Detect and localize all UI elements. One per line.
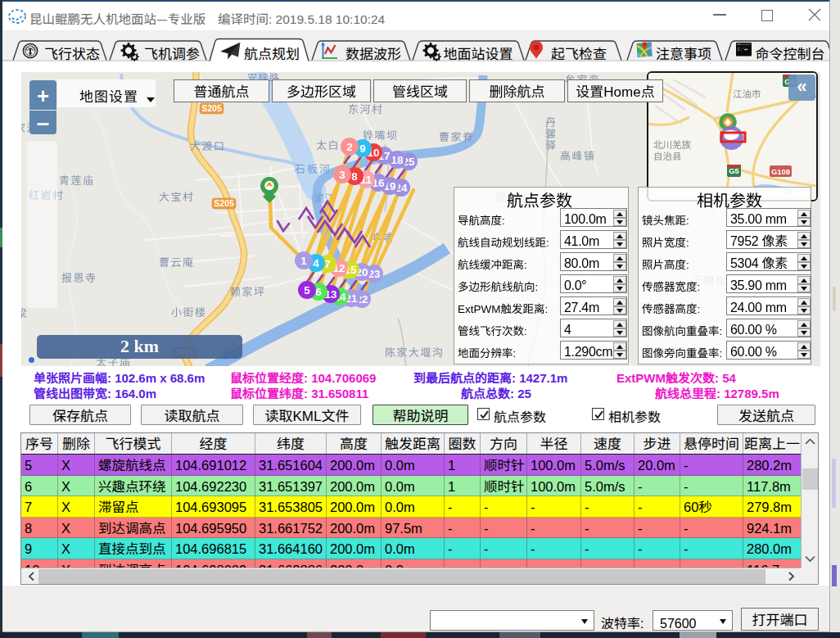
svg-text:高峰镇: 高峰镇	[560, 147, 596, 163]
svg-text:赖家坪: 赖家坪	[230, 283, 266, 299]
svg-text:东河村: 东河村	[348, 101, 384, 116]
svg-text:5: 5	[304, 284, 310, 296]
svg-text:小街楼: 小街楼	[171, 304, 207, 319]
svg-text:石板河: 石板河	[295, 161, 332, 176]
svg-text:2: 2	[346, 141, 353, 153]
svg-text:6: 6	[315, 286, 322, 298]
svg-text:8: 8	[351, 170, 358, 183]
svg-text:大宝村: 大宝村	[159, 188, 195, 204]
svg-text:自治县: 自治县	[653, 149, 682, 162]
svg-text:S205: S205	[201, 103, 222, 113]
svg-text:铧嘴坝: 铧嘴坝	[363, 127, 399, 143]
svg-text:丹骡驿: 丹骡驿	[545, 114, 558, 152]
svg-text:9: 9	[359, 143, 366, 155]
svg-text:青莲庙: 青莲庙	[59, 172, 95, 188]
svg-text:1: 1	[300, 255, 307, 267]
svg-text:3: 3	[339, 169, 345, 181]
svg-text:报恩寺: 报恩寺	[61, 269, 97, 285]
svg-text:曹家脊: 曹家脊	[439, 129, 475, 144]
svg-text:陈家大堰沟: 陈家大堰沟	[385, 344, 445, 360]
svg-text:曹云庵: 曹云庵	[159, 254, 195, 269]
svg-text:4: 4	[313, 257, 319, 269]
svg-text:江油市: 江油市	[733, 87, 761, 100]
svg-text:G5: G5	[729, 166, 739, 175]
svg-text:大渡口: 大渡口	[190, 138, 226, 153]
svg-text:7: 7	[324, 258, 331, 270]
svg-text:S205: S205	[214, 198, 234, 208]
svg-text:G108: G108	[771, 167, 790, 176]
svg-text:太白: 太白	[316, 137, 340, 152]
